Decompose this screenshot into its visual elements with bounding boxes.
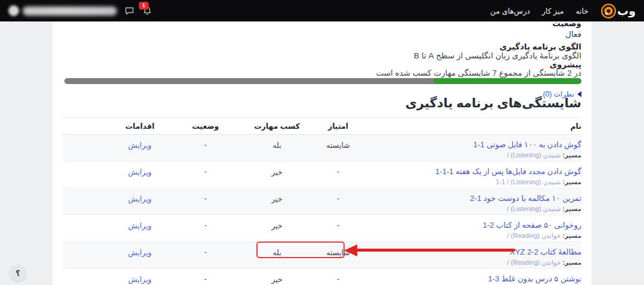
status-cell: - (162, 269, 249, 285)
edit-link[interactable]: ویرایش (128, 269, 151, 284)
row-spacer (63, 242, 117, 268)
actions-cell: ویرایش (117, 135, 162, 161)
table-row: گوش دادن مجدد فایل‌ها پس از یک هفته 1-1-… (63, 162, 581, 188)
skill-cell: بله (249, 135, 305, 161)
table-body: گوش دادن به ۱۰۰ فایل صوتی 1-1 مسیر: شنید… (63, 135, 581, 285)
row-spacer (63, 162, 117, 188)
status-cell: - (162, 215, 249, 241)
score-cell: - (305, 269, 371, 285)
path-label: مسیر: (563, 205, 582, 212)
name-cell: تمرین ۱۰ مکالمه با دوست خود 1-2 مسیر: شن… (371, 188, 581, 215)
messages-button[interactable] (124, 5, 135, 16)
score-cell: - (305, 162, 371, 188)
path-label: مسیر: (563, 259, 582, 266)
row-spacer (63, 215, 117, 241)
name-cell: گوش دادن به ۱۰۰ فایل صوتی 1-1 مسیر: شنید… (371, 135, 581, 161)
column-header-skill: کسب مهارت (249, 122, 305, 131)
competency-link[interactable]: گوش دادن به ۱۰۰ فایل صوتی 1-1 (473, 140, 581, 149)
top-navbar: وب خانه میز کار درس‌های من (0, 0, 644, 21)
name-cell: گوش دادن مجدد فایل‌ها پس از یک هفته 1-1-… (371, 162, 581, 188)
nav-link[interactable]: درس‌های من (490, 7, 530, 16)
avatar (8, 5, 19, 16)
skill-cell: خیر (249, 269, 305, 285)
table-row: گوش دادن به ۱۰۰ فایل صوتی 1-1 مسیر: شنید… (63, 135, 581, 162)
path-label: مسیر: (563, 151, 582, 159)
skill-cell: خیر (249, 188, 305, 215)
help-button[interactable]: ؟ (10, 265, 26, 281)
page: وب خانه میز کار درس‌های من (0, 0, 644, 285)
edit-link[interactable]: ویرایش (128, 215, 151, 230)
app-logo[interactable]: وب (600, 3, 636, 19)
actions-cell: ویرایش (117, 215, 162, 241)
path-line: مسیر: شنیدن (Listening) / (371, 205, 581, 213)
table-header-row: نام امتیاز کسب مهارت وضعیت اقدامات (63, 117, 581, 135)
status-cell: - (162, 135, 249, 161)
actions-cell: ویرایش (117, 242, 162, 268)
annotation-highlight-box (256, 241, 345, 258)
page-title: شایستگی‌های برنامه یادگیری (405, 96, 581, 110)
status-cell: - (162, 242, 249, 268)
score-cell: شایسته (305, 135, 371, 161)
logo-text: وب (617, 4, 636, 18)
edit-link[interactable]: ویرایش (128, 162, 151, 176)
logo-swirl-icon (600, 3, 617, 19)
column-header-name: نام (371, 122, 581, 131)
field-progress-value: در 2 شایستگی از مجموع 7 شایستگی مهارت کس… (376, 68, 581, 78)
annotation-arrow-tail (355, 249, 515, 252)
actions-cell: ویرایش (117, 162, 162, 188)
competency-link[interactable]: نوشتن ۵ درس بدون غلط 3-1 (488, 274, 581, 283)
path-line: مسیر: خواندن (Reading) / (371, 232, 581, 240)
username-redacted (23, 7, 117, 16)
navbar-left-group: 1 (8, 5, 153, 16)
column-header-score: امتیاز (305, 122, 371, 131)
table-row: تمرین ۱۰ مکالمه با دوست خود 1-2 مسیر: شن… (63, 188, 581, 215)
help-button-label: ؟ (16, 269, 20, 278)
edit-link[interactable]: ویرایش (128, 135, 151, 150)
skill-cell: خیر (249, 162, 305, 188)
path-value[interactable]: شنیدن (Listening) / (507, 151, 561, 159)
user-account-blurred[interactable] (8, 5, 117, 16)
notification-badge: 1 (139, 2, 148, 10)
actions-cell: ویرایش (117, 188, 162, 215)
actions-cell: ویرایش (117, 269, 162, 285)
edit-link[interactable]: ویرایش (128, 242, 151, 257)
column-header-status: وضعیت (162, 122, 249, 131)
path-value[interactable]: خواندن (Reading) / (507, 232, 561, 239)
name-cell: نوشتن ۵ درس بدون غلط 3-1 مسیر: نوشتن (Wr… (371, 269, 581, 285)
notifications-button[interactable]: 1 (142, 5, 153, 16)
column-header-actions: اقدامات (117, 122, 162, 131)
path-label: مسیر: (563, 232, 582, 239)
path-value[interactable]: شنیدن (Listening) / 1-1 (496, 178, 561, 185)
row-spacer (63, 269, 117, 285)
path-label: مسیر: (563, 178, 582, 185)
chat-bubble-icon (125, 6, 134, 16)
path-line: مسیر: خواندن (Reading) / (371, 259, 581, 267)
score-cell: - (305, 215, 371, 241)
competency-link[interactable]: مطالعهٔ کتاب XYZ 2-2 (510, 247, 581, 256)
status-cell: - (162, 162, 249, 188)
table-row: روخوانی ۵۰ صفحه از کتاب 2-1 مسیر: خواندن… (63, 215, 581, 242)
path-line: مسیر: شنیدن (Listening) / 1-1 (371, 178, 581, 186)
path-value[interactable]: خواندن (Reading) / (507, 259, 561, 266)
table-row: نوشتن ۵ درس بدون غلط 3-1 مسیر: نوشتن (Wr… (63, 269, 581, 285)
skill-cell: خیر (249, 215, 305, 241)
path-line: مسیر: شنیدن (Listening) / (371, 151, 581, 159)
competency-link[interactable]: روخوانی ۵۰ صفحه از کتاب 2-1 (483, 221, 581, 230)
progress-bar-fill (434, 78, 581, 84)
status-cell: - (162, 188, 249, 215)
row-spacer (63, 188, 117, 215)
name-cell: روخوانی ۵۰ صفحه از کتاب 2-1 مسیر: خواندن… (371, 215, 581, 241)
score-cell: - (305, 188, 371, 215)
competency-link[interactable]: تمرین ۱۰ مکالمه با دوست خود 1-2 (470, 194, 581, 203)
progress-bar-track (64, 78, 581, 84)
path-value[interactable]: شنیدن (Listening) / (507, 205, 561, 212)
nav-link[interactable]: خانه (575, 7, 589, 16)
row-spacer (63, 135, 117, 161)
field-status-value: فعال (565, 29, 581, 39)
competency-link[interactable]: گوش دادن مجدد فایل‌ها پس از یک هفته 1-1-… (435, 167, 581, 176)
name-cell: مطالعهٔ کتاب XYZ 2-2 مسیر: خواندن (Readi… (371, 242, 581, 268)
navbar-right-group: وب خانه میز کار درس‌های من (490, 3, 636, 19)
nav-link[interactable]: میز کار (542, 7, 564, 16)
edit-link[interactable]: ویرایش (128, 188, 151, 203)
